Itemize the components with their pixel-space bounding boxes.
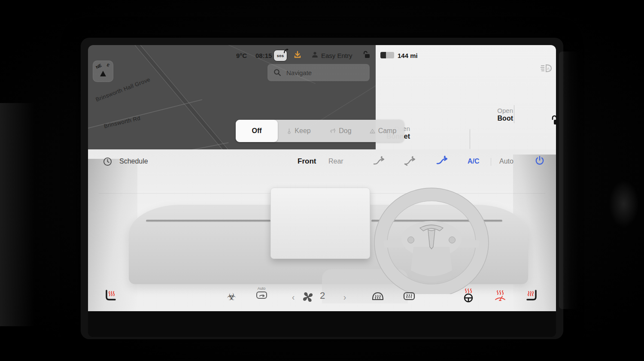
map-road [102, 142, 229, 149]
boot-unlock-icon[interactable] [551, 115, 556, 126]
climate-panel [88, 149, 556, 311]
mode-dog-button[interactable]: Dog [320, 120, 362, 142]
fan-icon [302, 291, 314, 303]
bezel-highlight [559, 52, 579, 309]
tab-rear[interactable]: Rear [328, 158, 343, 165]
clock-time: 08:15 [255, 52, 272, 59]
svg-text:A: A [547, 67, 550, 71]
recirculation-auto-button[interactable]: Auto [254, 286, 269, 299]
mode-dog-label: Dog [339, 127, 351, 135]
heated-steering-wheel-icon[interactable] [462, 288, 475, 303]
heated-seat-left-icon[interactable] [103, 289, 117, 303]
fan-speed-value: 2 [317, 290, 328, 301]
front-defrost-icon[interactable] [371, 291, 384, 302]
auto-headlight-icon[interactable]: A [539, 63, 553, 74]
recirc-auto-label: Auto [254, 286, 269, 291]
airflow-face-icon[interactable] [373, 156, 384, 166]
car-outline-line [514, 105, 514, 123]
schedule-button[interactable]: Schedule [119, 158, 148, 165]
fan-increase-button[interactable]: › [341, 291, 348, 303]
heated-seat-right-icon[interactable] [525, 289, 539, 303]
fan-decrease-button[interactable]: ‹ [290, 291, 297, 303]
ac-button[interactable]: A/C [468, 158, 480, 165]
street-label: Brinsworth Rd [103, 115, 141, 129]
open-boot-target: Boot [477, 115, 513, 122]
outside-temperature[interactable]: 9°C [236, 52, 247, 59]
sos-label: sos [277, 54, 284, 58]
dashboard-ambient-left [0, 103, 34, 326]
battery-icon[interactable] [380, 52, 394, 58]
airflow-active-icon[interactable] [436, 155, 447, 166]
camp-mode-icon [370, 129, 375, 133]
climate-keep-mode-selector: Off Keep Dog Camp [236, 120, 404, 142]
auto-button[interactable]: Auto [499, 158, 513, 165]
background-blur [609, 180, 639, 228]
map-compass[interactable]: NE E [93, 61, 113, 82]
schedule-icon [103, 157, 112, 166]
keep-climate-icon [287, 128, 292, 134]
driver-profile-icon [311, 51, 319, 58]
open-boot-action: Open [477, 107, 513, 115]
recirculation-icon [254, 291, 269, 299]
battery-range[interactable]: 144 mi [398, 52, 418, 59]
rear-defrost-icon[interactable] [403, 291, 416, 301]
navigate-search[interactable] [267, 64, 370, 81]
navigate-input[interactable] [286, 69, 355, 76]
dog-mode-icon [330, 128, 336, 133]
open-boot-button[interactable]: Open Boot [477, 107, 513, 122]
bioweapon-defense-icon[interactable]: ☣ [225, 291, 237, 303]
sos-badge[interactable]: sos [273, 50, 287, 61]
launcher-bar: › ••• ‹ Manual HI › [88, 311, 556, 337]
touchscreen: Brinsworth Hall Grove Brinsworth Rd NE E… [88, 45, 556, 337]
tab-front[interactable]: Front [298, 157, 316, 166]
battery-fill [380, 52, 386, 58]
mode-off-button[interactable]: Off [236, 120, 278, 142]
software-download-icon[interactable] [294, 51, 301, 59]
airflow-face-feet-icon[interactable] [404, 156, 415, 166]
search-icon [273, 69, 281, 76]
climate-power-icon[interactable] [535, 155, 545, 166]
compass-heading-primary: NE [95, 63, 102, 70]
driver-profile-button[interactable]: Easy Entry [321, 52, 352, 59]
heated-wiper-icon[interactable] [494, 289, 507, 302]
mode-off-label: Off [252, 127, 261, 135]
unlock-icon[interactable] [363, 51, 371, 59]
compass-needle-icon [100, 71, 106, 76]
divider [491, 158, 491, 166]
car-outline-line [470, 129, 470, 149]
sos-arrow-icon [283, 48, 290, 54]
mode-keep-button[interactable]: Keep [278, 120, 320, 142]
mode-camp-button[interactable]: Camp [362, 120, 404, 142]
mode-camp-label: Camp [378, 127, 397, 135]
status-bar: 9°C 08:15 sos Easy Entry 144 mi [88, 45, 556, 62]
mode-keep-label: Keep [295, 127, 310, 135]
compass-heading-secondary: E [106, 63, 110, 68]
